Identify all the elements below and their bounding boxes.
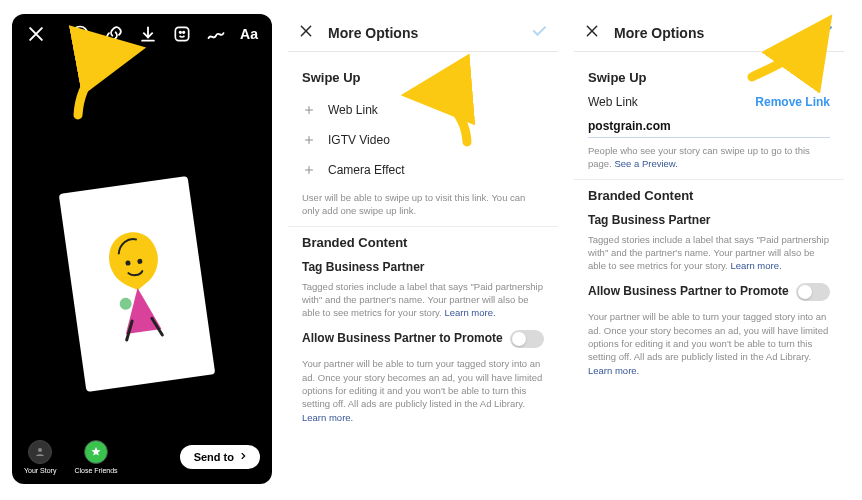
allow-promote-toggle[interactable] [796,283,830,301]
svg-point-4 [180,32,182,34]
divider [288,226,558,227]
more-options-panel-linked: More Options Swipe Up Web Link Remove Li… [574,14,844,484]
send-to-button[interactable]: Send to [180,445,260,469]
confirm-icon[interactable] [530,22,548,43]
option-label: Web Link [328,103,378,117]
close-friends-label: Close Friends [74,467,117,474]
divider [574,179,844,180]
svg-rect-3 [175,27,188,40]
tag-partner-help: Tagged stories include a label that says… [588,233,830,273]
weblink-input[interactable]: postgrain.com [588,117,830,138]
allow-promote-heading: Allow Business Partner to Promote [302,331,503,345]
svg-point-2 [82,32,84,34]
story-canvas[interactable] [59,176,216,392]
text-icon[interactable]: Aa [240,24,258,44]
swipe-up-camera-effect[interactable]: Camera Effect [302,155,544,185]
branded-content-heading: Branded Content [302,235,544,250]
panel-header: More Options [574,14,844,52]
close-friends-button[interactable]: Close Friends [74,440,117,474]
svg-point-9 [38,448,42,452]
learn-more-link[interactable]: Learn more. [444,307,495,318]
story-editor-screen: Aa Your Story [12,14,272,484]
share-tray: Your Story Close Friends Send to [12,440,272,474]
option-label: IGTV Video [328,133,390,147]
svg-point-8 [119,297,133,311]
face-icon[interactable] [70,24,90,44]
star-icon [84,440,108,464]
plus-icon [302,133,316,147]
your-story-label: Your Story [24,467,56,474]
preview-help: People who see your story can swipe up t… [588,144,830,171]
close-icon[interactable] [584,23,600,42]
panel-header: More Options [288,14,558,52]
download-icon[interactable] [138,24,158,44]
see-preview-link[interactable]: See a Preview. [614,158,677,169]
plus-icon [302,103,316,117]
your-story-button[interactable]: Your Story [24,440,56,474]
allow-promote-heading: Allow Business Partner to Promote [588,284,789,298]
remove-link-button[interactable]: Remove Link [755,95,830,109]
close-icon[interactable] [26,24,46,44]
confirm-icon[interactable] [816,22,834,43]
allow-promote-help: Your partner will be able to turn your t… [588,310,830,376]
panel-title: More Options [328,25,418,41]
swipe-up-igtv[interactable]: IGTV Video [302,125,544,155]
swipe-up-heading: Swipe Up [588,70,830,85]
swipe-up-weblink[interactable]: Web Link [302,95,544,125]
sticker-icon[interactable] [172,24,192,44]
editor-toolbar: Aa [12,14,272,50]
draw-icon[interactable] [206,24,226,44]
swipe-up-help: User will be able to swipe up to visit t… [302,191,544,218]
allow-promote-toggle[interactable] [510,330,544,348]
allow-promote-help: Your partner will be able to turn your t… [302,357,544,423]
learn-more-link[interactable]: Learn more. [302,412,353,423]
svg-point-5 [183,32,185,34]
close-icon[interactable] [298,23,314,42]
plus-icon [302,163,316,177]
tag-partner-help: Tagged stories include a label that says… [302,280,544,320]
send-to-label: Send to [194,451,234,463]
character-illustration [89,217,185,351]
learn-more-link[interactable]: Learn more. [588,365,639,376]
svg-point-0 [73,27,88,42]
tag-partner-heading: Tag Business Partner [302,260,544,274]
tag-partner-heading: Tag Business Partner [588,213,830,227]
more-options-panel-choose: More Options Swipe Up Web Link IGTV Vide… [288,14,558,484]
learn-more-link[interactable]: Learn more. [730,260,781,271]
link-icon[interactable] [104,24,124,44]
option-label: Camera Effect [328,163,404,177]
svg-point-1 [77,32,79,34]
chevron-right-icon [238,451,248,463]
avatar-icon [28,440,52,464]
branded-content-heading: Branded Content [588,188,830,203]
weblink-label: Web Link [588,95,638,109]
panel-title: More Options [614,25,704,41]
swipe-up-heading: Swipe Up [302,70,544,85]
